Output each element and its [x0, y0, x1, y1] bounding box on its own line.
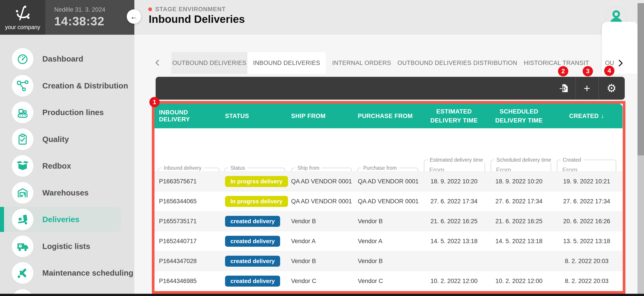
tab-inbound-deliveries[interactable]: INBOUND DELIVERIES [248, 52, 326, 74]
scheduled-filter-label: Scheduled delivery time [494, 157, 553, 163]
sidebar-item-label: Redbox [42, 162, 71, 170]
sidebar-item-label: Creation & Distribution [42, 81, 128, 90]
column-header-status[interactable]: STATUS [220, 112, 286, 120]
sidebar-item-label: Quality [42, 135, 69, 144]
inbound-delivery-filter-label: Inbound delivery [162, 165, 204, 171]
sort-descending-icon: ↓ [601, 112, 604, 119]
sidebar-item-label: Dashboard [42, 54, 83, 63]
datetime-panel: Neděle 31. 3. 2024 14:38:32 [45, 0, 134, 35]
sidebar-item-maintenance-scheduling[interactable]: Maintenance scheduling [0, 260, 121, 286]
bottom-edge-strip [0, 294, 644, 296]
environment-indicator: STAGE ENVIRONMENT [148, 6, 226, 13]
column-header-purchase-from[interactable]: PURCHASE FROM [353, 112, 421, 120]
cell-estimated-delivery-time: 14. 5. 2022 13:18 [421, 238, 487, 245]
created-filter-label: Created [560, 157, 583, 163]
annotation-marker-4: 4 [604, 66, 614, 76]
sidebar-item-deliveries[interactable]: Deliveries [0, 207, 121, 232]
import-file-icon [559, 83, 570, 94]
table-row[interactable]: P1655735171 created delivery Vendor B Ve… [154, 211, 622, 231]
status-badge: created delivery [225, 236, 280, 247]
cell-scheduled-delivery-time: 10. 2. 2022 12:00 [487, 278, 551, 284]
cell-ship-from: QA AD VENDOR 0001 [286, 178, 353, 185]
top-header-bar: your company Neděle 31. 3. 2024 14:38:32… [0, 0, 644, 35]
tab-label: OUTBOUND DELIVERIES [172, 60, 246, 66]
tab-label: OUTBOUND DELIVERIES DISTRIBUTION [398, 60, 517, 66]
company-logo-text: your company [5, 24, 40, 30]
table-row[interactable]: P1644346985 created delivery Vendor C Ve… [154, 271, 622, 291]
cell-status: created delivery [220, 236, 286, 247]
chevron-right-icon [617, 58, 624, 68]
vertical-scrollbar-thumb[interactable] [638, 3, 644, 156]
export-button[interactable] [553, 77, 576, 100]
annotation-marker-2: 2 [558, 66, 568, 76]
cell-created: 20. 6. 2022 16:26 [551, 218, 622, 225]
cell-purchase-from: QA AD VENDOR 0001 [353, 198, 421, 205]
quality-icon [12, 128, 33, 150]
cell-estimated-delivery-time: 18. 9. 2022 10:20 [421, 178, 487, 185]
sidebar-item-production-lines[interactable]: Production lines [0, 100, 121, 125]
production-lines-icon [12, 102, 33, 123]
status-badge: created delivery [225, 276, 280, 286]
settings-button[interactable]: ⚙ [598, 77, 625, 100]
table-filter-row: Inbound delivery Status ▼ Ship from ▼ Pu… [154, 128, 622, 171]
cell-estimated-delivery-time: 27. 6. 2022 17:34 [421, 198, 487, 205]
cell-purchase-from: Vendor B [353, 218, 421, 225]
sidebar-item-label: Maintenance scheduling [42, 268, 133, 278]
sidebar-item-label: Deliveries [42, 215, 79, 224]
status-badge: In progrss delivery [225, 196, 288, 207]
redbox-icon [12, 155, 33, 177]
cell-created: 27. 6. 2022 17:34 [551, 198, 622, 205]
maintenance-scheduling-icon [12, 262, 33, 284]
cell-created: 8. 2. 2022 20:03 [551, 278, 622, 284]
add-button[interactable]: + [576, 77, 598, 100]
cell-purchase-from: Vendor C [353, 278, 421, 284]
chevron-left-icon [154, 58, 161, 68]
table-row[interactable]: P1656344065 In progrss delivery QA AD VE… [154, 191, 622, 211]
table-row[interactable]: P1644347028 created delivery Vendor B Ve… [154, 251, 622, 271]
cell-scheduled-delivery-time: 27. 6. 2022 17:34 [487, 198, 551, 205]
cell-inbound-delivery: P1644346985 [154, 278, 220, 284]
sidebar-item-creation-distribution[interactable]: Creation & Distribution [0, 73, 121, 98]
cell-created: 13. 5. 2022 13:18 [551, 238, 622, 245]
cell-purchase-from: QA AD VENDOR 0001 [353, 178, 421, 185]
tabs-scroll-left-button[interactable] [154, 56, 162, 69]
cell-inbound-delivery: P1656344065 [154, 198, 220, 205]
cell-ship-from: Vendor B [286, 258, 353, 265]
cell-purchase-from: Vendor A [353, 238, 421, 245]
logistic-lists-icon [12, 236, 33, 257]
cell-ship-from: Vendor C [286, 278, 353, 284]
cell-inbound-delivery: P1663575671 [154, 178, 220, 185]
column-header-scheduled[interactable]: SCHEDULED DELIVERY TIME [494, 107, 544, 125]
tabs-scroll-right-button[interactable] [617, 58, 626, 69]
column-header-ship-from[interactable]: SHIP FROM [286, 112, 353, 120]
company-logo: your company [0, 0, 45, 35]
warehouses-icon [12, 182, 33, 204]
tab-internal-orders[interactable]: INTERNAL ORDERS [326, 52, 398, 74]
creation-distribution-icon [12, 75, 33, 96]
cell-ship-from: QA AD VENDOR 0001 [286, 198, 353, 205]
table-row[interactable]: P1652440717 created delivery Vendor A Ve… [154, 231, 622, 251]
annotation-marker-3: 3 [583, 66, 593, 76]
cell-ship-from: Vendor B [286, 218, 353, 225]
table-row[interactable]: P1663575671 In progrss delivery QA AD VE… [154, 171, 622, 191]
status-badge: In progrss delivery [225, 176, 288, 187]
sidebar-item-redbox[interactable]: Redbox [0, 153, 121, 178]
sidebar-item-logistic-lists[interactable]: Logistic lists [0, 234, 121, 259]
cell-status: In progrss delivery [220, 196, 286, 207]
sidebar-item-warehouses[interactable]: Warehouses [0, 180, 121, 205]
sidebar-item-label: Production lines [42, 108, 104, 117]
tab-outbound-deliveries-distribution[interactable]: OUTBOUND DELIVERIES DISTRIBUTION [398, 52, 517, 74]
deliveries-icon [12, 209, 33, 230]
status-badge: created delivery [225, 216, 280, 227]
environment-label: STAGE ENVIRONMENT [155, 6, 226, 13]
tab-outbound-deliveries[interactable]: OUTBOUND DELIVERIES [171, 52, 248, 74]
sidebar-item-quality[interactable]: Quality [0, 127, 121, 152]
sidebar-item-dashboard[interactable]: Dashboard [0, 46, 121, 72]
cell-status: created delivery [220, 256, 286, 267]
add-icon: + [584, 82, 590, 94]
column-header-inbound-delivery[interactable]: INBOUND DELIVERY [154, 109, 220, 123]
column-header-estimated[interactable]: ESTIMATED DELIVERY TIME [430, 107, 479, 125]
back-button[interactable]: ← [127, 10, 141, 24]
column-header-created[interactable]: CREATED↓ [569, 111, 604, 121]
current-time: 14:38:32 [54, 14, 134, 28]
